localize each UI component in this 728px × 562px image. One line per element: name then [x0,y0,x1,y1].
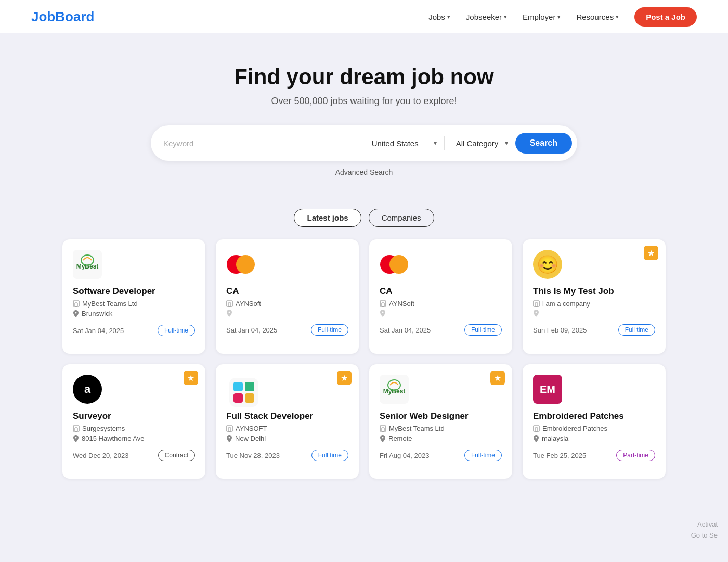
hero-section: Find your dream job now Over 500,000 job… [0,33,728,192]
job-card[interactable]: MyBest Software Developer MyBest Teams L… [62,239,205,354]
company-logo: MyBest [380,375,409,404]
svg-rect-8 [382,303,384,306]
job-location: malaysia [533,435,655,442]
company-logo [226,375,255,404]
svg-rect-19 [245,393,254,403]
job-footer: Tue Feb 25, 2025 Part-time [533,450,655,461]
nav-employer[interactable]: Employer ▾ [523,12,561,21]
company-logo [226,250,255,279]
svg-rect-7 [380,301,386,306]
company-logo: EM [533,375,562,404]
hero-title: Find your dream job now [10,65,718,90]
svg-rect-6 [228,303,231,306]
job-footer: Tue Nov 28, 2023 Full time [226,450,348,461]
job-date: Sun Feb 09, 2025 [533,326,587,334]
tab-latest-jobs[interactable]: Latest jobs [294,209,361,227]
job-footer: Sat Jan 04, 2025 Full-time [226,324,348,336]
job-date: Sat Jan 04, 2025 [73,327,124,335]
company-logo [380,250,409,279]
company-name: i am a company [533,300,655,308]
svg-rect-20 [227,426,232,431]
job-footer: Fri Aug 04, 2023 Full-time [380,450,502,461]
job-card[interactable]: EM Embroidered Patches Embroidered Patch… [523,364,666,479]
category-select[interactable]: All Category Technology Finance Healthca… [452,139,503,148]
chevron-down-icon: ▾ [447,14,450,20]
advanced-search-link[interactable]: Advanced Search [10,168,718,176]
svg-rect-10 [535,303,538,306]
svg-rect-5 [227,301,232,306]
job-type-badge: Part-time [616,450,655,461]
nav-resources[interactable]: Resources ▾ [576,12,619,21]
divider [444,136,445,150]
nav-jobs[interactable]: Jobs ▾ [428,12,450,21]
job-date: Fri Aug 04, 2023 [380,452,429,459]
svg-rect-9 [534,301,539,306]
chevron-down-icon: ▾ [434,139,437,147]
job-title: CA [380,286,502,297]
svg-text:MyBest: MyBest [383,388,406,395]
job-date: Tue Nov 28, 2023 [226,452,280,459]
job-card[interactable]: ★ 😊 This Is My Test Job i am a company S… [523,239,666,354]
job-location: New Delhi [226,435,348,442]
chevron-down-icon: ▾ [504,14,507,20]
svg-text:MyBest: MyBest [76,263,99,270]
job-title: Embroidered Patches [533,411,655,422]
company-name: MyBest Teams Ltd [380,425,502,432]
company-logo: MyBest [73,250,102,279]
job-title: CA [226,286,348,297]
svg-rect-28 [535,428,538,431]
job-card[interactable]: ★ a Surveyor Surgesystems 8015 Hawthorne… [62,364,205,479]
logo[interactable]: JobBoard [31,9,94,25]
svg-rect-18 [233,393,243,403]
company-logo: a [73,375,102,404]
job-card[interactable]: ★ MyBest Senior Web Designer MyBest Team… [369,364,512,479]
job-date: Sat Jan 04, 2025 [226,326,277,334]
location-select-wrapper: United States United Kingdom Canada Aust… [366,139,439,148]
job-footer: Sat Jan 04, 2025 Full-time [73,325,195,336]
featured-star-icon: ★ [337,371,352,385]
category-select-wrapper: All Category Technology Finance Healthca… [450,139,510,148]
svg-rect-14 [75,428,77,431]
nav-jobseeker[interactable]: Jobseeker ▾ [466,12,507,21]
svg-rect-13 [73,426,79,431]
job-date: Tue Feb 25, 2025 [533,452,586,459]
job-footer: Wed Dec 20, 2023 Contract [73,450,195,461]
tabs: Latest jobs Companies [0,209,728,227]
job-location: 8015 Hawthorne Ave [73,435,195,442]
hero-subtitle: Over 500,000 jobs waiting for you to exp… [10,96,718,107]
jobs-grid: MyBest Software Developer MyBest Teams L… [52,239,676,500]
job-type-badge: Full time [311,450,348,461]
svg-rect-4 [75,303,77,306]
svg-rect-16 [233,382,243,391]
job-location [380,310,502,317]
job-type-badge: Full-time [464,324,502,336]
job-title: This Is My Test Job [533,286,655,297]
job-type-badge: Full time [618,324,655,336]
job-location: Remote [380,435,502,442]
search-input[interactable] [163,139,355,148]
navbar: JobBoard Jobs ▾ Jobseeker ▾ Employer ▾ R… [0,0,728,33]
job-type-badge: Contract [158,450,195,461]
company-name: AYNSoft [380,300,502,308]
job-card[interactable]: CA AYNSoft Sat Jan 04, 2025 Full-time [369,239,512,354]
nav-links: Jobs ▾ Jobseeker ▾ Employer ▾ Resources … [428,7,697,27]
job-card[interactable]: ★ Full Stack Developer AYNSOFT New Delhi… [216,364,359,479]
tab-companies[interactable]: Companies [369,209,434,227]
job-type-badge: Full-time [311,324,348,336]
search-bar: United States United Kingdom Canada Aust… [151,125,577,161]
job-footer: Sat Jan 04, 2025 Full-time [380,324,502,336]
svg-rect-26 [382,428,384,431]
job-card[interactable]: CA AYNSoft Sat Jan 04, 2025 Full-time [216,239,359,354]
svg-rect-27 [534,426,539,431]
activation-watermark: Activat Go to Se [691,519,718,541]
job-title: Full Stack Developer [226,411,348,422]
job-date: Wed Dec 20, 2023 [73,452,128,459]
svg-rect-15 [229,378,258,407]
search-button[interactable]: Search [515,133,572,154]
job-type-badge: Full-time [158,325,195,336]
location-select[interactable]: United States United Kingdom Canada Aust… [368,139,432,148]
company-name: Embroidered Patches [533,425,655,432]
job-title: Surveyor [73,411,195,422]
job-location [226,310,348,317]
post-job-button[interactable]: Post a Job [634,7,697,27]
